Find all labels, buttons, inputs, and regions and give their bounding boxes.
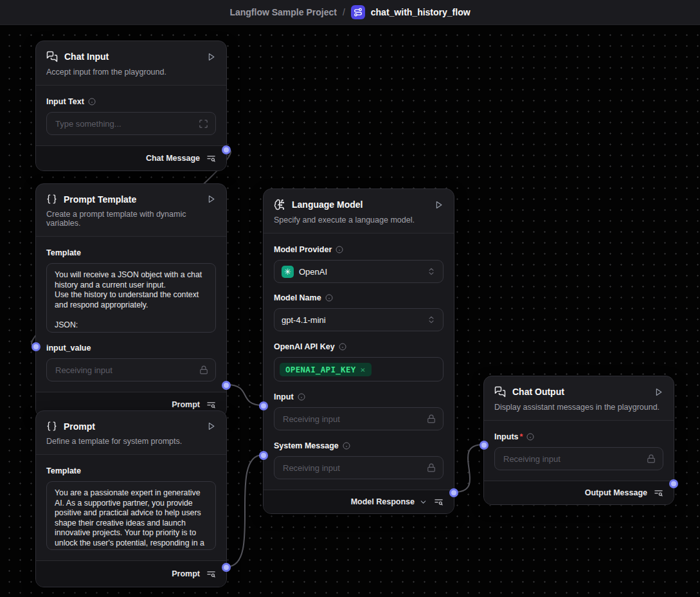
breadcrumb-separator: / [343,7,345,17]
input-handle-inputs[interactable] [480,441,489,450]
lock-icon [199,365,208,374]
braces-icon [46,421,57,432]
chevrons-up-down-icon [427,267,436,276]
field-label: Template [46,466,81,475]
field-label: Model Name [274,293,321,302]
edge-model-chatoutput[interactable] [454,445,483,492]
node-description: Define a template for system prompts. [36,432,226,455]
field-label: System Message [274,441,339,450]
node-description: Accept input from the playground. [36,62,226,86]
run-node-button[interactable] [654,387,663,397]
field-label: Template [46,248,81,257]
text-search-icon[interactable] [206,400,216,410]
lock-icon [647,454,656,463]
info-icon[interactable] [298,393,305,401]
run-node-button[interactable] [206,194,216,204]
api-key-field[interactable]: OPENAI_API_KEY × [274,357,444,381]
output-handle-output-message[interactable] [669,479,678,488]
node-description: Create a prompt template with dynamic va… [36,205,226,237]
chevron-down-icon[interactable] [419,498,427,506]
run-node-button[interactable] [434,200,444,210]
braces-icon [46,194,57,205]
run-node-button[interactable] [206,52,216,62]
model-name-select[interactable]: gpt-4.1-mini [274,308,444,331]
output-label: Chat Message [146,154,200,163]
info-icon[interactable] [526,433,534,441]
output-label: Prompt [172,400,200,409]
output-handle-prompt[interactable] [222,563,231,572]
model-provider-select[interactable]: ✳ OpenAI [274,260,444,283]
messages-square-icon [494,386,506,398]
chip-dismiss-icon[interactable]: × [361,365,366,374]
template-text: You will receive a JSON object with a ch… [55,270,204,329]
field-label: OpenAI API Key [274,342,335,351]
template-text: You are a passionate expert in generativ… [55,488,206,550]
output-handle-chat-message[interactable] [222,145,231,154]
input-handle-input[interactable] [259,401,268,410]
node-title: Prompt [64,421,200,432]
run-node-button[interactable] [206,421,216,431]
required-marker: * [520,432,523,441]
flow-icon [351,5,365,19]
flow-canvas[interactable]: Langflow Sample Project / chat_with_hist… [0,0,700,597]
edge-prompt-systemmessage[interactable] [227,455,263,567]
messages-square-icon [46,51,58,62]
field-label: Input Text [46,97,84,106]
api-key-chip: OPENAI_API_KEY × [280,363,372,376]
info-icon[interactable] [343,442,350,450]
template-variable-chip: {input_value} [55,332,108,333]
field-label: Model Provider [274,245,332,254]
breadcrumb-flow-name[interactable]: chat_with_history_flow [371,7,471,17]
template-textarea[interactable]: You are a passionate expert in generativ… [46,481,216,550]
model-provider-value: OpenAI [299,267,422,277]
lock-icon [427,414,436,423]
text-search-icon[interactable] [206,569,216,579]
input-field[interactable] [282,414,422,425]
brain-circuit-icon [274,199,285,210]
expand-icon[interactable] [199,119,208,129]
field-label: Input [274,392,294,401]
input-value-field[interactable] [54,365,194,376]
node-description: Specify and execute a language model. [264,210,454,234]
input-text-field[interactable] [54,118,193,129]
text-search-icon[interactable] [206,154,216,163]
node-language-model[interactable]: Language Model Specify and execute a lan… [263,188,454,514]
node-prompt-template[interactable]: Prompt Template Create a prompt template… [35,183,227,418]
inputs-field[interactable] [502,454,642,464]
info-icon[interactable] [336,246,343,253]
info-icon[interactable] [325,294,333,302]
node-title: Chat Input [64,51,200,62]
output-label: Prompt [172,569,200,578]
field-label: input_value [46,344,91,353]
text-search-icon[interactable] [654,488,663,498]
output-handle-model-response[interactable] [449,488,458,497]
text-search-icon[interactable] [434,497,444,507]
node-prompt[interactable]: Prompt Define a template for system prom… [35,410,227,587]
openai-logo-icon: ✳ [282,266,294,278]
field-label: Inputs [494,432,519,441]
model-name-value: gpt-4.1-mini [282,315,422,325]
info-icon[interactable] [88,98,96,106]
output-label: Model Response [351,497,415,506]
top-bar: Langflow Sample Project / chat_with_hist… [0,0,700,25]
info-icon[interactable] [339,343,346,351]
input-handle-input-value[interactable] [31,342,40,351]
output-handle-prompt[interactable] [222,381,231,390]
system-message-field[interactable] [282,463,422,473]
node-title: Chat Output [512,387,647,397]
node-title: Prompt Template [64,194,200,205]
lock-icon [427,463,436,472]
template-textarea[interactable]: You will receive a JSON object with a ch… [46,263,216,333]
input-handle-system-message[interactable] [259,451,268,460]
node-chat-input[interactable]: Chat Input Accept input from the playgro… [35,41,227,171]
node-chat-output[interactable]: Chat Output Display assistant messages i… [483,376,674,505]
node-description: Display assistant messages in the playgr… [484,398,674,421]
chevrons-up-down-icon [427,315,436,324]
node-title: Language Model [292,199,427,210]
output-label: Output Message [585,488,647,497]
edge-prompttemplate-input[interactable] [227,385,263,405]
breadcrumb-project[interactable]: Langflow Sample Project [229,7,336,17]
